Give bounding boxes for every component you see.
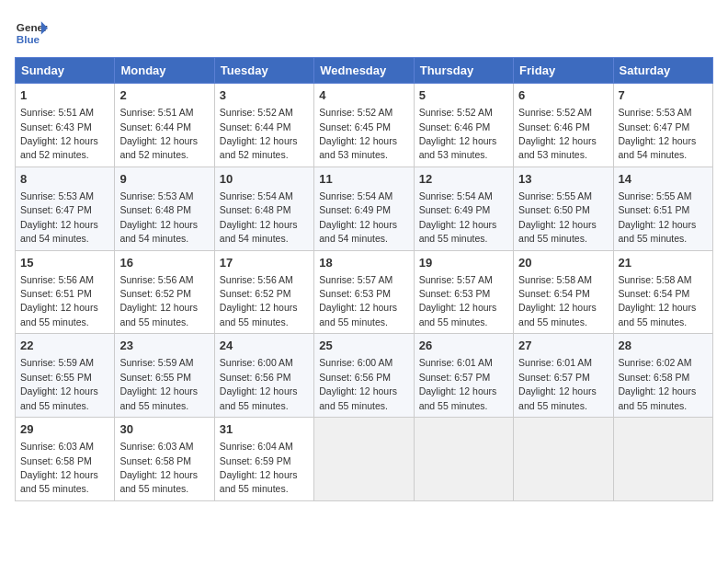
day-number: 9	[119, 171, 209, 188]
calendar-cell: 14 Sunrise: 5:55 AMSunset: 6:51 PMDaylig…	[613, 167, 712, 250]
col-header-friday: Friday	[514, 58, 613, 84]
day-info: Sunrise: 6:03 AMSunset: 6:58 PMDaylight:…	[20, 441, 98, 494]
calendar-cell: 20 Sunrise: 5:58 AMSunset: 6:54 PMDaylig…	[514, 250, 613, 334]
day-number: 7	[619, 87, 708, 104]
day-info: Sunrise: 5:57 AMSunset: 6:53 PMDaylight:…	[319, 274, 397, 327]
day-number: 5	[419, 87, 508, 104]
calendar-cell: 31 Sunrise: 6:04 AMSunset: 6:59 PMDaylig…	[214, 418, 313, 501]
calendar-cell: 13 Sunrise: 5:55 AMSunset: 6:50 PMDaylig…	[514, 167, 613, 250]
day-info: Sunrise: 5:51 AMSunset: 6:43 PMDaylight:…	[20, 107, 98, 160]
calendar-cell: 6 Sunrise: 5:52 AMSunset: 6:46 PMDayligh…	[514, 84, 613, 167]
day-info: Sunrise: 6:00 AMSunset: 6:56 PMDaylight:…	[220, 357, 298, 410]
day-number: 11	[319, 171, 408, 188]
day-number: 12	[419, 171, 508, 188]
day-number: 2	[119, 87, 209, 104]
day-number: 3	[220, 87, 309, 104]
day-number: 17	[220, 255, 309, 271]
day-info: Sunrise: 5:54 AMSunset: 6:49 PMDaylight:…	[319, 190, 397, 244]
calendar-week-5: 29 Sunrise: 6:03 AMSunset: 6:58 PMDaylig…	[16, 418, 713, 501]
calendar-cell: 7 Sunrise: 5:53 AMSunset: 6:47 PMDayligh…	[613, 84, 712, 167]
calendar-cell: 17 Sunrise: 5:56 AMSunset: 6:52 PMDaylig…	[214, 250, 313, 334]
calendar-cell: 5 Sunrise: 5:52 AMSunset: 6:46 PMDayligh…	[414, 84, 513, 167]
day-info: Sunrise: 5:56 AMSunset: 6:52 PMDaylight:…	[119, 274, 198, 327]
calendar-cell: 3 Sunrise: 5:52 AMSunset: 6:44 PMDayligh…	[214, 84, 313, 167]
calendar-cell: 29 Sunrise: 6:03 AMSunset: 6:58 PMDaylig…	[16, 418, 115, 501]
day-info: Sunrise: 5:59 AMSunset: 6:55 PMDaylight:…	[119, 357, 198, 410]
day-info: Sunrise: 5:55 AMSunset: 6:51 PMDaylight:…	[619, 190, 697, 244]
logo-icon: General Blue	[15, 15, 48, 48]
day-number: 23	[119, 338, 209, 354]
calendar-cell: 27 Sunrise: 6:01 AMSunset: 6:57 PMDaylig…	[514, 334, 613, 418]
calendar-cell: 9 Sunrise: 5:53 AMSunset: 6:48 PMDayligh…	[115, 167, 214, 250]
day-info: Sunrise: 5:53 AMSunset: 6:47 PMDaylight:…	[20, 190, 98, 244]
calendar-cell: 16 Sunrise: 5:56 AMSunset: 6:52 PMDaylig…	[115, 250, 214, 334]
day-number: 16	[119, 255, 209, 271]
col-header-saturday: Saturday	[613, 58, 712, 84]
day-info: Sunrise: 5:53 AMSunset: 6:47 PMDaylight:…	[619, 107, 697, 160]
calendar-cell: 25 Sunrise: 6:00 AMSunset: 6:56 PMDaylig…	[314, 334, 414, 418]
calendar-cell: 15 Sunrise: 5:56 AMSunset: 6:51 PMDaylig…	[16, 250, 115, 334]
day-number: 15	[20, 255, 109, 271]
day-number: 24	[220, 338, 309, 354]
day-number: 20	[518, 255, 608, 271]
calendar-cell: 19 Sunrise: 5:57 AMSunset: 6:53 PMDaylig…	[414, 250, 513, 334]
day-number: 8	[20, 171, 109, 188]
day-info: Sunrise: 6:04 AMSunset: 6:59 PMDaylight:…	[220, 441, 298, 494]
calendar-cell: 10 Sunrise: 5:54 AMSunset: 6:48 PMDaylig…	[214, 167, 313, 250]
day-info: Sunrise: 5:58 AMSunset: 6:54 PMDaylight:…	[518, 274, 597, 327]
calendar-cell: 24 Sunrise: 6:00 AMSunset: 6:56 PMDaylig…	[214, 334, 313, 418]
col-header-wednesday: Wednesday	[314, 58, 414, 84]
header-row: SundayMondayTuesdayWednesdayThursdayFrid…	[16, 58, 713, 84]
day-number: 27	[518, 338, 608, 354]
day-number: 26	[419, 338, 508, 354]
day-number: 13	[518, 171, 608, 188]
calendar-week-4: 22 Sunrise: 5:59 AMSunset: 6:55 PMDaylig…	[16, 334, 713, 418]
day-info: Sunrise: 6:02 AMSunset: 6:58 PMDaylight:…	[619, 357, 697, 410]
day-info: Sunrise: 5:55 AMSunset: 6:50 PMDaylight:…	[518, 190, 597, 244]
page-header: General Blue	[15, 15, 713, 48]
day-info: Sunrise: 6:01 AMSunset: 6:57 PMDaylight:…	[419, 357, 497, 410]
calendar-cell: 23 Sunrise: 5:59 AMSunset: 6:55 PMDaylig…	[115, 334, 214, 418]
day-info: Sunrise: 5:54 AMSunset: 6:48 PMDaylight:…	[220, 190, 298, 244]
day-number: 30	[119, 421, 209, 438]
day-info: Sunrise: 5:59 AMSunset: 6:55 PMDaylight:…	[20, 357, 98, 410]
calendar-week-3: 15 Sunrise: 5:56 AMSunset: 6:51 PMDaylig…	[16, 250, 713, 334]
day-number: 14	[619, 171, 708, 188]
day-info: Sunrise: 6:00 AMSunset: 6:56 PMDaylight:…	[319, 357, 397, 410]
col-header-tuesday: Tuesday	[214, 58, 313, 84]
day-info: Sunrise: 5:52 AMSunset: 6:46 PMDaylight:…	[518, 107, 597, 160]
day-info: Sunrise: 6:03 AMSunset: 6:58 PMDaylight:…	[119, 441, 198, 494]
calendar-cell: 21 Sunrise: 5:58 AMSunset: 6:54 PMDaylig…	[613, 250, 712, 334]
svg-text:Blue: Blue	[17, 33, 40, 45]
day-number: 29	[20, 421, 109, 438]
calendar-cell: 1 Sunrise: 5:51 AMSunset: 6:43 PMDayligh…	[16, 84, 115, 167]
calendar-cell: 22 Sunrise: 5:59 AMSunset: 6:55 PMDaylig…	[16, 334, 115, 418]
day-number: 31	[220, 421, 309, 438]
day-info: Sunrise: 5:52 AMSunset: 6:45 PMDaylight:…	[319, 107, 397, 160]
col-header-monday: Monday	[115, 58, 214, 84]
calendar-cell	[414, 418, 513, 501]
day-number: 10	[220, 171, 309, 188]
day-info: Sunrise: 5:52 AMSunset: 6:44 PMDaylight:…	[220, 107, 298, 160]
calendar-cell: 11 Sunrise: 5:54 AMSunset: 6:49 PMDaylig…	[314, 167, 414, 250]
calendar-cell: 28 Sunrise: 6:02 AMSunset: 6:58 PMDaylig…	[613, 334, 712, 418]
calendar-cell: 12 Sunrise: 5:54 AMSunset: 6:49 PMDaylig…	[414, 167, 513, 250]
day-info: Sunrise: 5:54 AMSunset: 6:49 PMDaylight:…	[419, 190, 497, 244]
day-info: Sunrise: 5:52 AMSunset: 6:46 PMDaylight:…	[419, 107, 497, 160]
day-info: Sunrise: 6:01 AMSunset: 6:57 PMDaylight:…	[518, 357, 597, 410]
day-info: Sunrise: 5:57 AMSunset: 6:53 PMDaylight:…	[419, 274, 497, 327]
calendar-cell: 8 Sunrise: 5:53 AMSunset: 6:47 PMDayligh…	[16, 167, 115, 250]
day-number: 1	[20, 87, 109, 104]
calendar-cell: 2 Sunrise: 5:51 AMSunset: 6:44 PMDayligh…	[115, 84, 214, 167]
day-number: 21	[619, 255, 708, 271]
day-info: Sunrise: 5:56 AMSunset: 6:51 PMDaylight:…	[20, 274, 98, 327]
day-number: 4	[319, 87, 408, 104]
calendar-week-1: 1 Sunrise: 5:51 AMSunset: 6:43 PMDayligh…	[16, 84, 713, 167]
day-info: Sunrise: 5:58 AMSunset: 6:54 PMDaylight:…	[619, 274, 697, 327]
day-number: 6	[518, 87, 608, 104]
day-number: 25	[319, 338, 408, 354]
day-info: Sunrise: 5:53 AMSunset: 6:48 PMDaylight:…	[119, 190, 198, 244]
day-info: Sunrise: 5:51 AMSunset: 6:44 PMDaylight:…	[119, 107, 198, 160]
col-header-thursday: Thursday	[414, 58, 513, 84]
day-number: 28	[619, 338, 708, 354]
